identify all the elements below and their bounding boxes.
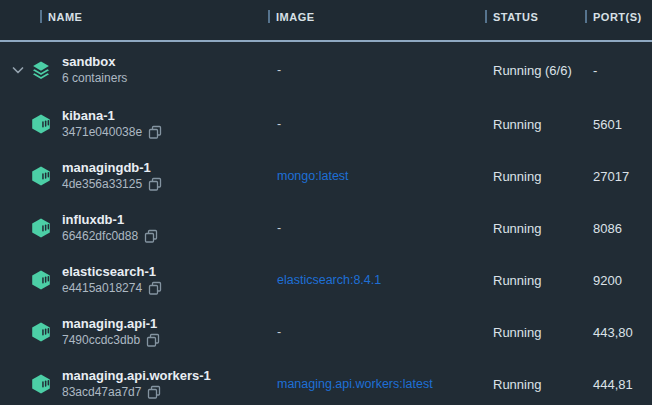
status-value: Running — [485, 221, 585, 236]
column-separator — [485, 10, 487, 23]
container-cube-icon — [30, 269, 52, 291]
column-separator — [40, 10, 42, 23]
ports-value: 8086 — [585, 221, 652, 236]
column-header-ports[interactable]: PORT(S) — [585, 10, 652, 30]
image-link[interactable]: elasticsearch:8.4.1 — [277, 273, 381, 287]
column-separator — [268, 10, 270, 23]
container-id: 83acd47aa7d7 — [62, 384, 141, 400]
container-id: 3471e040038e — [62, 124, 142, 140]
column-header-status-label: STATUS — [493, 11, 538, 23]
container-cube-icon — [30, 113, 52, 135]
image-value: - — [277, 117, 281, 131]
group-name: sandbox — [62, 54, 127, 70]
column-header-image[interactable]: IMAGE — [268, 10, 485, 30]
table-row-container[interactable]: elasticsearch-1 e4415a018274 elasticsear… — [0, 254, 652, 306]
container-name: managing.api-1 — [62, 316, 160, 332]
container-name: elasticsearch-1 — [62, 264, 162, 280]
container-name: managing.api.workers-1 — [62, 368, 211, 384]
ports-value: 5601 — [585, 117, 652, 132]
ports-value: 443,80 — [585, 325, 652, 340]
table-row-container[interactable]: managingdb-1 4de356a33125 mongo:latest R… — [0, 150, 652, 202]
copy-icon[interactable] — [144, 229, 158, 243]
ports-value: - — [585, 63, 652, 78]
image-value: - — [277, 325, 281, 339]
status-value: Running (6/6) — [485, 63, 585, 78]
column-separator — [585, 10, 587, 23]
container-id: e4415a018274 — [62, 280, 142, 296]
layers-stack-icon — [30, 59, 52, 81]
table-row-container[interactable]: influxdb-1 66462dfc0d88 - Running 8086 — [0, 202, 652, 254]
table-row-group-sandbox[interactable]: sandbox 6 containers - Running (6/6) - — [0, 42, 652, 98]
container-name: managingdb-1 — [62, 160, 162, 176]
table-row-container[interactable]: managing.api-1 7490ccdc3dbb - Running 44… — [0, 306, 652, 358]
container-cube-icon — [30, 373, 52, 395]
container-cube-icon — [30, 217, 52, 239]
copy-icon[interactable] — [148, 281, 162, 295]
column-header-name[interactable]: NAME — [0, 10, 268, 30]
image-value: - — [277, 221, 281, 235]
image-link[interactable]: managing.api.workers:latest — [277, 377, 433, 391]
ports-value: 9200 — [585, 273, 652, 288]
ports-value: 444,81 — [585, 377, 652, 392]
copy-icon[interactable] — [147, 385, 161, 399]
column-header-image-label: IMAGE — [276, 11, 315, 23]
column-header-ports-label: PORT(S) — [593, 11, 642, 23]
container-name: influxdb-1 — [62, 212, 158, 228]
status-value: Running — [485, 325, 585, 340]
group-subtitle: 6 containers — [62, 70, 127, 86]
ports-value: 27017 — [585, 169, 652, 184]
container-id: 4de356a33125 — [62, 176, 142, 192]
copy-icon[interactable] — [148, 177, 162, 191]
column-header-name-label: NAME — [48, 11, 82, 23]
table-row-container[interactable]: managing.api.workers-1 83acd47aa7d7 mana… — [0, 358, 652, 405]
container-id: 66462dfc0d88 — [62, 228, 138, 244]
copy-icon[interactable] — [146, 333, 160, 347]
copy-icon[interactable] — [148, 125, 162, 139]
containers-table: NAME IMAGE STATUS PORT(S) sandbox 6 cont… — [0, 0, 652, 405]
table-row-container[interactable]: kibana-1 3471e040038e - Running 5601 — [0, 98, 652, 150]
image-link[interactable]: mongo:latest — [277, 169, 349, 183]
status-value: Running — [485, 117, 585, 132]
container-name: kibana-1 — [62, 108, 162, 124]
container-cube-icon — [30, 165, 52, 187]
table-header: NAME IMAGE STATUS PORT(S) — [0, 0, 652, 42]
chevron-down-icon[interactable] — [12, 65, 30, 75]
container-id: 7490ccdc3dbb — [62, 332, 140, 348]
column-header-status[interactable]: STATUS — [485, 10, 585, 30]
status-value: Running — [485, 169, 585, 184]
container-cube-icon — [30, 321, 52, 343]
status-value: Running — [485, 273, 585, 288]
image-value: - — [277, 63, 281, 77]
status-value: Running — [485, 377, 585, 392]
